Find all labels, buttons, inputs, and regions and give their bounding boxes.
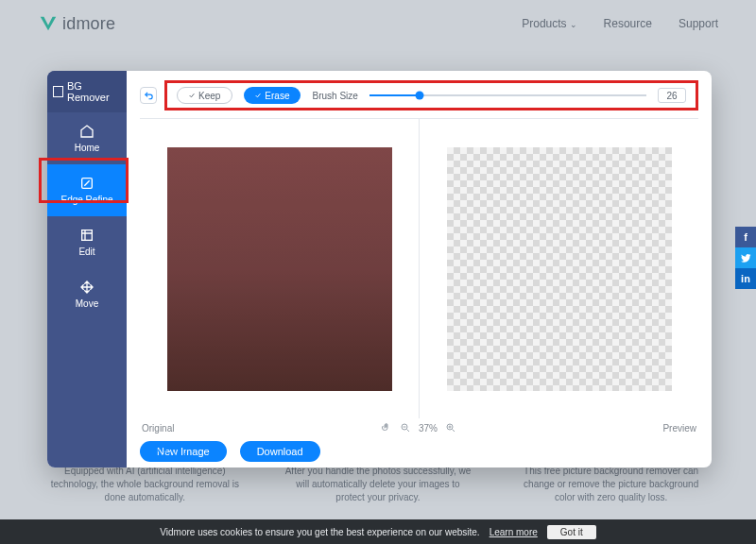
editor-main: Keep Erase Brush Size 26 <box>127 71 712 468</box>
sidebar-item-label: Move <box>76 298 98 309</box>
prev-button[interactable]: ‹ <box>151 442 166 457</box>
logo-mark-icon <box>38 13 59 34</box>
zoom-level: 37% <box>419 423 438 434</box>
preview-label: Preview <box>662 423 696 434</box>
toolbar: Keep Erase Brush Size 26 <box>140 71 698 118</box>
bg-col-2: After you handle the photos successfully… <box>284 465 472 504</box>
download-button[interactable]: Download <box>240 441 320 462</box>
editor-window: BG Remover Home Edge Refine Edit Move <box>47 71 712 468</box>
bg-col-3: This free picture background remover can… <box>517 465 706 504</box>
nav-resource[interactable]: Resource <box>604 17 652 30</box>
social-rail: f in <box>735 227 756 289</box>
nav-products[interactable]: Products⌄ <box>522 17 576 30</box>
site-header: idmore Products⌄ Resource Support <box>0 0 756 47</box>
zoom-in-icon[interactable] <box>445 422 456 434</box>
move-icon <box>79 280 94 295</box>
undo-icon <box>144 91 154 101</box>
editor-sidebar: BG Remover Home Edge Refine Edit Move <box>47 71 127 468</box>
canvas-area <box>140 118 698 418</box>
zoom-out-icon[interactable] <box>400 422 411 434</box>
action-row: ‹ › New Image Download <box>140 437 698 462</box>
brush-size-label: Brush Size <box>312 91 357 101</box>
home-icon <box>79 124 94 139</box>
preview-panel[interactable] <box>420 119 698 418</box>
background-marketing: Equipped with AI (artificial intelligenc… <box>0 465 756 504</box>
sidebar-item-label: Edge Refine <box>60 195 112 205</box>
bg-col-1: Equipped with AI (artificial intelligenc… <box>50 465 239 504</box>
sidebar-item-edit[interactable]: Edit <box>47 216 127 268</box>
keep-mark-icon <box>189 93 195 98</box>
edit-icon <box>79 228 94 243</box>
chevron-down-icon: ⌄ <box>570 20 577 29</box>
facebook-icon[interactable]: f <box>735 227 756 247</box>
brand-name: idmore <box>62 14 115 34</box>
sidebar-item-home[interactable]: Home <box>47 112 127 164</box>
cookie-learn-more[interactable]: Learn more <box>490 527 538 537</box>
undo-button[interactable] <box>140 87 157 104</box>
slider-fill <box>369 94 420 96</box>
hand-pan-icon[interactable] <box>381 422 392 434</box>
preview-image <box>447 147 672 391</box>
slider-thumb[interactable] <box>415 92 423 100</box>
erase-button[interactable]: Erase <box>244 87 301 104</box>
top-nav: Products⌄ Resource Support <box>522 17 718 30</box>
svg-line-3 <box>406 430 409 433</box>
next-button[interactable]: › <box>172 442 187 457</box>
brush-size-slider[interactable] <box>369 94 646 96</box>
twitter-icon[interactable] <box>735 247 756 268</box>
svg-line-6 <box>452 430 455 433</box>
keep-button[interactable]: Keep <box>177 87 232 104</box>
canvas-footer: Original 37% Preview <box>140 418 698 437</box>
sidebar-item-edge-refine[interactable]: Edge Refine <box>47 164 127 216</box>
cookie-message: Vidmore uses cookies to ensure you get t… <box>160 527 479 537</box>
cookie-bar: Vidmore uses cookies to ensure you get t… <box>0 519 756 544</box>
sidebar-item-label: Edit <box>78 246 94 257</box>
svg-rect-1 <box>82 230 93 241</box>
edge-refine-icon <box>79 176 94 191</box>
linkedin-icon[interactable]: in <box>735 268 756 289</box>
original-image <box>167 147 392 391</box>
toolbar-highlight: Keep Erase Brush Size 26 <box>164 80 698 110</box>
brush-size-value[interactable]: 26 <box>658 88 686 103</box>
brand-logo[interactable]: idmore <box>38 13 115 34</box>
nav-support[interactable]: Support <box>679 17 718 30</box>
app-icon <box>53 86 63 97</box>
cookie-accept-button[interactable]: Got it <box>547 525 596 539</box>
sidebar-item-label: Home <box>75 143 100 153</box>
original-panel[interactable] <box>140 119 419 418</box>
original-label: Original <box>142 423 174 434</box>
sidebar-item-move[interactable]: Move <box>47 268 127 320</box>
app-title: BG Remover <box>47 71 127 112</box>
erase-mark-icon <box>255 93 261 98</box>
